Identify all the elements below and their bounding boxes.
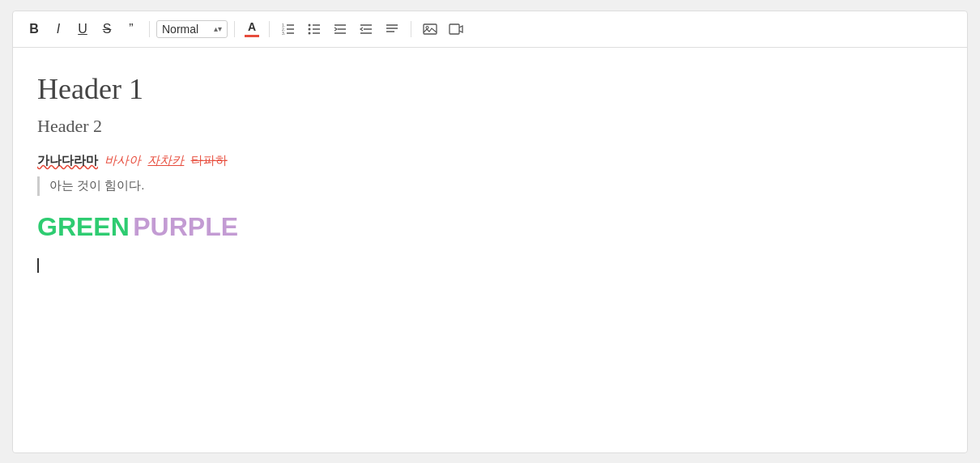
green-text: GREEN (37, 212, 130, 241)
italic-button[interactable]: I (47, 18, 70, 40)
divider-3 (269, 21, 270, 37)
unordered-list-button[interactable] (302, 18, 326, 40)
divider-4 (411, 21, 411, 37)
svg-point-22 (426, 26, 428, 28)
toolbar: B I U S ” Normal ▴▾ A 1. (13, 11, 967, 48)
style-select-label: Normal (162, 23, 211, 36)
svg-point-6 (309, 23, 311, 26)
korean-strikethrough: 타파하 (191, 153, 228, 167)
style-select[interactable]: Normal ▴▾ (156, 20, 228, 38)
blockquote-line: 아는 것이 힘이다. (37, 176, 943, 196)
bold-button[interactable]: B (23, 18, 45, 40)
purple-text: PURPLE (133, 212, 238, 241)
korean-italic-underline: 자차카 (147, 153, 184, 167)
strikethrough-button[interactable]: S (96, 18, 118, 40)
svg-rect-23 (450, 24, 459, 34)
content-area[interactable]: Header 1 Header 2 가나다라마 바사아 자차카 타파하 아는 것… (13, 48, 967, 452)
align-icon (385, 22, 399, 36)
video-button[interactable] (444, 18, 468, 40)
indent-increase-button[interactable] (328, 18, 352, 40)
quote-button[interactable]: ” (120, 18, 143, 40)
ordered-list-icon: 1. 2. 3. (281, 22, 296, 36)
align-button[interactable] (380, 18, 404, 40)
korean-line: 가나다라마 바사아 자차카 타파하 (37, 153, 943, 168)
svg-rect-21 (424, 24, 437, 34)
divider-2 (234, 21, 235, 37)
heading-2: Header 2 (37, 116, 943, 137)
svg-point-10 (309, 32, 311, 34)
video-icon (449, 22, 463, 36)
editor-container: B I U S ” Normal ▴▾ A 1. (12, 11, 968, 453)
unordered-list-icon (307, 22, 322, 36)
svg-text:3.: 3. (282, 30, 285, 35)
image-icon (423, 22, 437, 36)
font-color-bar (245, 35, 259, 37)
colored-text-line: GREEN PURPLE (37, 212, 943, 242)
text-format-group: B I U S ” (23, 18, 143, 40)
text-cursor (37, 258, 39, 273)
divider-1 (149, 21, 150, 37)
list-format-group: 1. 2. 3. (276, 18, 404, 40)
font-color-button[interactable]: A (241, 19, 262, 39)
cursor-line (37, 258, 943, 274)
style-select-arrow: ▴▾ (214, 24, 222, 33)
indent-decrease-button[interactable] (354, 18, 378, 40)
blockquote-bar (37, 176, 40, 196)
blockquote-text: 아는 것이 힘이다. (49, 176, 145, 193)
korean-bold: 가나다라마 (37, 153, 98, 167)
indent-increase-icon (333, 22, 347, 36)
svg-point-8 (309, 28, 311, 30)
font-color-letter: A (248, 20, 256, 33)
underline-button[interactable]: U (71, 18, 94, 40)
heading-1: Header 1 (37, 72, 943, 106)
korean-italic: 바사아 (104, 153, 141, 167)
indent-decrease-icon (359, 22, 373, 36)
image-button[interactable] (418, 18, 442, 40)
media-group (418, 18, 468, 40)
ordered-list-button[interactable]: 1. 2. 3. (276, 18, 300, 40)
